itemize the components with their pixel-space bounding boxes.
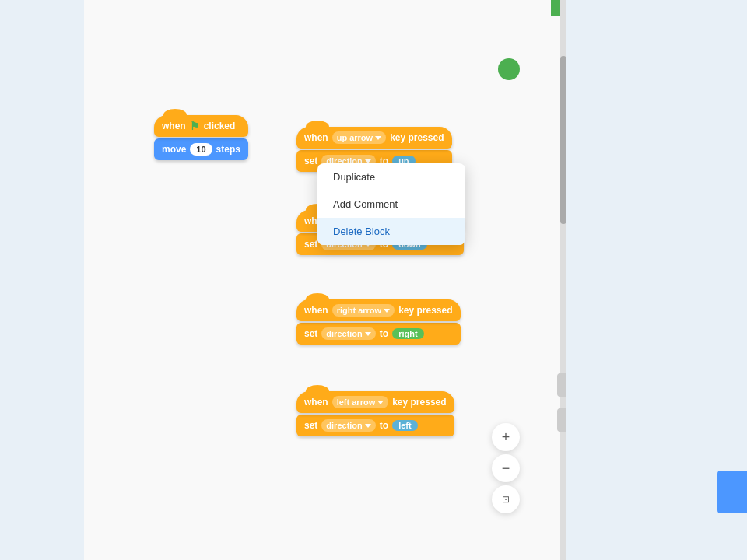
dropdown-arrow-icon-5 xyxy=(377,401,384,404)
to-label-4: to xyxy=(380,328,388,339)
zoom-in-button[interactable]: + xyxy=(492,423,520,451)
set-label-3: set xyxy=(304,239,317,250)
green-dot-indicator xyxy=(498,58,520,80)
left-arrow-dropdown[interactable]: left arrow xyxy=(332,396,389,408)
set-label-4: set xyxy=(304,328,317,339)
fit-screen-icon: ⊡ xyxy=(502,494,510,505)
set-label-5: set xyxy=(304,420,317,431)
clicked-label: clicked xyxy=(204,121,236,131)
block-group-flag: when ⚑ clicked move 10 steps xyxy=(154,115,248,160)
right-indicator-2 xyxy=(557,408,566,432)
block-group-left: when left arrow key pressed set directio… xyxy=(296,391,454,436)
hat-block-right[interactable]: when right arrow key pressed xyxy=(296,299,461,321)
left-arrow-value: left arrow xyxy=(337,397,376,407)
zoom-out-button[interactable]: − xyxy=(492,454,520,482)
to-label-5: to xyxy=(380,420,388,431)
when-label-4: when xyxy=(304,305,328,316)
left-sidebar xyxy=(0,0,84,560)
right-arrow-dropdown[interactable]: right arrow xyxy=(332,304,395,317)
up-arrow-dropdown[interactable]: up arrow xyxy=(332,131,386,144)
right-arrow-value: right arrow xyxy=(337,306,381,315)
scratch-canvas: when ⚑ clicked move 10 steps when up arr… xyxy=(84,0,566,560)
steps-label: steps xyxy=(216,144,240,155)
left-value-pill: left xyxy=(392,420,418,431)
context-menu: Duplicate Add Comment Delete Block xyxy=(317,163,465,245)
dropdown-arrow-icon-4 xyxy=(384,309,390,313)
hat-block-up[interactable]: when up arrow key pressed xyxy=(296,127,452,149)
context-menu-delete-block[interactable]: Delete Block xyxy=(317,218,465,245)
right-value-pill: right xyxy=(392,328,423,339)
set-label-2: set xyxy=(304,156,317,166)
hat-block-flag[interactable]: when ⚑ clicked xyxy=(154,115,248,137)
flag-icon: ⚑ xyxy=(190,120,200,132)
hat-block-left[interactable]: when left arrow key pressed xyxy=(296,391,454,413)
key-pressed-label-5: key pressed xyxy=(392,397,446,408)
right-indicator-1 xyxy=(557,373,566,397)
move-label: move xyxy=(162,144,186,155)
blue-panel[interactable] xyxy=(717,471,747,513)
key-pressed-label-2: key pressed xyxy=(390,132,444,143)
right-panel xyxy=(576,0,747,560)
context-menu-duplicate[interactable]: Duplicate xyxy=(317,163,465,191)
direction-value-left: direction xyxy=(326,421,362,430)
key-pressed-label-4: key pressed xyxy=(398,305,452,316)
direction-arrow-icon-5 xyxy=(365,424,371,428)
scrollbar-thumb[interactable] xyxy=(560,56,566,224)
direction-arrow-icon-4 xyxy=(365,332,371,336)
direction-arrow-icon xyxy=(365,159,371,163)
canvas-scrollbar[interactable] xyxy=(560,0,566,560)
direction-value-right: direction xyxy=(326,329,362,338)
zoom-out-icon: − xyxy=(502,460,510,477)
zoom-in-icon: + xyxy=(502,429,510,446)
zoom-controls: + − ⊡ xyxy=(492,423,520,513)
when-label-5: when xyxy=(304,397,328,408)
fit-screen-button[interactable]: ⊡ xyxy=(492,485,520,513)
move-block[interactable]: move 10 steps xyxy=(154,138,248,160)
context-menu-add-comment[interactable]: Add Comment xyxy=(317,191,465,218)
set-block-right[interactable]: set direction to right xyxy=(296,323,461,345)
direction-dropdown-right[interactable]: direction xyxy=(321,327,375,340)
when-label: when xyxy=(162,121,186,131)
block-group-right: when right arrow key pressed set directi… xyxy=(296,299,461,345)
direction-dropdown-left[interactable]: direction xyxy=(321,419,375,432)
up-arrow-value: up arrow xyxy=(337,133,373,142)
set-block-left[interactable]: set direction to left xyxy=(296,415,454,436)
when-label-2: when xyxy=(304,132,328,143)
dropdown-arrow-icon xyxy=(375,136,381,140)
steps-input[interactable]: 10 xyxy=(190,143,212,156)
